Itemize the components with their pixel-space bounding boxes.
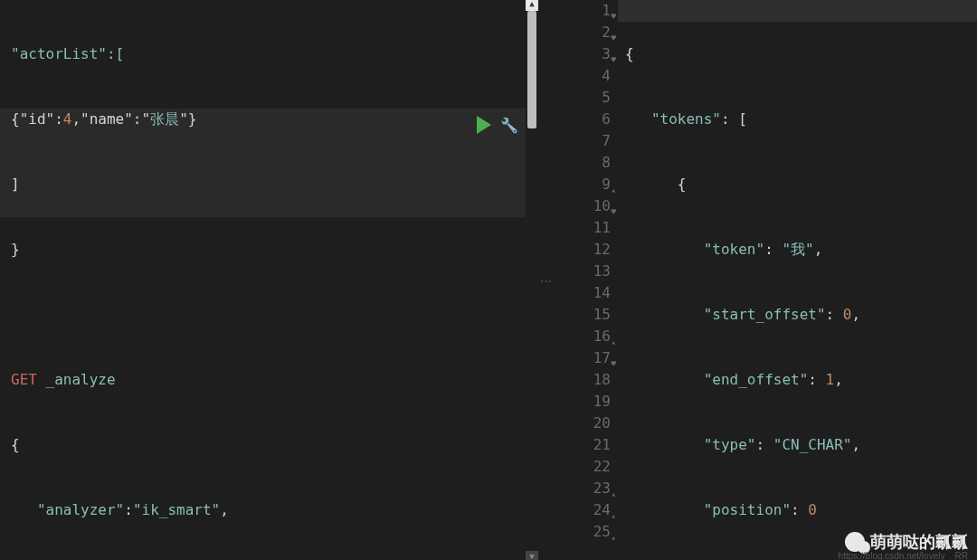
response-code: { "tokens": [ { "token": "我", "start_off…	[618, 0, 977, 560]
request-path: _analyze	[46, 371, 116, 388]
pane-splitter[interactable]: ⋮	[538, 0, 555, 560]
request-editor-pane[interactable]: "actorList":[ {"id":4,"name":"张晨"} ] } G…	[0, 0, 538, 560]
request-editor-code[interactable]: "actorList":[ {"id":4,"name":"张晨"} ] } G…	[0, 0, 538, 560]
attribution: https://blog.csdn.net/lovely__RR	[839, 551, 968, 560]
response-pane[interactable]: 1♥ 2♥ 3♥ 4 5 6 7 8 9▴ 10♥ 11 12 13 14 15…	[555, 0, 977, 560]
left-scrollbar[interactable]: ▲ ▼	[526, 0, 538, 560]
run-icon[interactable]	[477, 116, 491, 134]
drag-handle-icon: ⋮	[545, 276, 548, 285]
http-method: GET	[11, 371, 37, 388]
watermark: 萌萌哒的瓤瓤	[845, 531, 968, 553]
response-gutter: 1♥ 2♥ 3♥ 4 5 6 7 8 9▴ 10♥ 11 12 13 14 15…	[555, 0, 618, 560]
wechat-icon	[845, 532, 865, 552]
run-controls: 🔧	[477, 116, 518, 134]
json-key: "actorList":[	[11, 45, 124, 62]
wrench-icon[interactable]: 🔧	[500, 117, 518, 134]
